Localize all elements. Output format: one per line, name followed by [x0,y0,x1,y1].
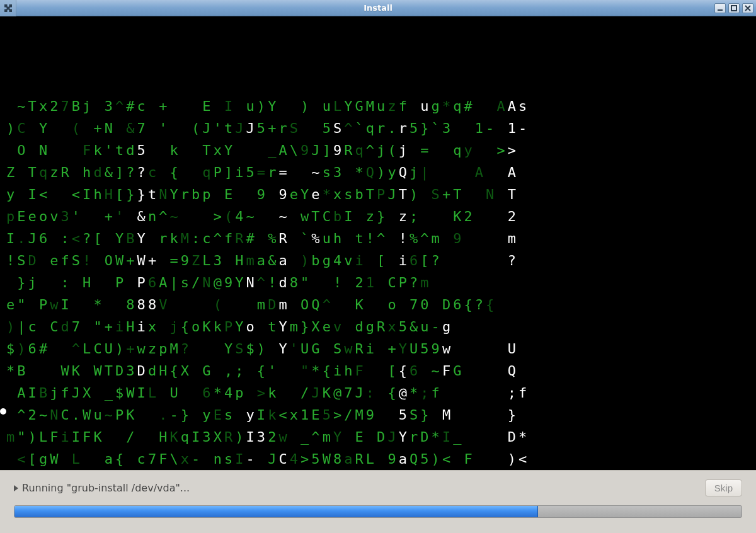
svg-rect-0 [731,6,736,11]
terminal-row: O N Fk'td5 k TxY _A\9J]9Rq^j(j = qy >> [5,139,751,161]
install-window: Install ~Tx27Bj 3^#c + E I u)Y ) uLYGMuz… [0,0,756,533]
terminal-row: *B WK WTD3DdH{X G ,; {' "*{ihF [{6 ~FG Q [5,360,751,382]
terminal-row: !SD efS! OW+W+ =9ZL3 Hma&a )bg4vi [ i6[?… [5,249,751,272]
status-expander[interactable]: Running "grub-install /dev/vda"... [14,482,190,494]
terminal-row: ^2~NC.Wu~PK .-} yEs yIk<x1E5>/M9 5S} M } [5,404,751,426]
skip-button[interactable]: Skip [705,479,742,496]
app-menu-icon[interactable] [0,0,16,16]
terminal-row: $)6# ^LCU)+wzpM? YS$) Y'UG SwRi +YU59w U [5,338,751,360]
puzzle-piece-icon [3,3,14,14]
edge-indicator-icon [0,408,6,415]
terminal-row: ~Tx27Bj 3^#c + E I u)Y ) uLYGMuzf ug*q# … [5,95,751,117]
terminal-row: }j : H P P6A|s/N@9YN^!d8" ! 21 CP?m [5,272,751,294]
terminal-row: )|c Cd7 "+iHix j{oKkPYo tYm}Xev dgRx5&u-… [5,316,751,338]
terminal-row: <[gW L a{ c7F\x- nsI- JC4>5W8aRL 9aQ5)< … [5,448,751,470]
maximize-button[interactable] [728,3,740,13]
minimize-icon [717,5,723,11]
terminal-row: m")LFiIFK / HKqI3XR)I32w _^mY E DJYrD*I_… [5,426,751,448]
minimize-button[interactable] [714,3,726,13]
maximize-icon [731,5,737,11]
window-controls [714,3,756,13]
terminal-row: AIBjfJX _$WIL U 6*4p >k /JK@7J: {@*;f ;f [5,382,751,404]
terminal-row: pEeov3' +' &n^~ >(4~ ~ wTCbI z} z; K2 2 [5,205,751,227]
triangle-right-icon [14,485,18,491]
progress-bar-fill [14,506,538,517]
terminal-row: y I< <IhH[}}tNYrbp E 9 9eYe*xsbTPJT) S+T… [5,183,751,205]
install-footer: Running "grub-install /dev/vda"... Skip [0,470,756,533]
status-text: Running "grub-install /dev/vda"... [22,482,190,494]
terminal-screensaver: ~Tx27Bj 3^#c + E I u)Y ) uLYGMuzf ug*q# … [0,16,756,470]
terminal-row: Z TqzR hd&]??c { qP]i5=r= ~s3 *Q)yQj| A … [5,161,751,183]
window-title: Install [0,3,756,13]
terminal-row: e" PwI * 888V ( mDm OQ^ K o 70 D6{?{ [5,294,751,316]
progress-bar [14,505,742,518]
titlebar[interactable]: Install [0,0,756,16]
terminal-row: )C Y ( +N &7 ' (J'tJJ5+rS 5S^`qr.r5}`3 1… [5,117,751,139]
terminal-row: I.J6 :<?[ YBY rkM:c^fR# %R `%uh t!^ !%^m… [5,227,751,249]
close-icon [745,5,751,11]
close-button[interactable] [742,3,753,13]
